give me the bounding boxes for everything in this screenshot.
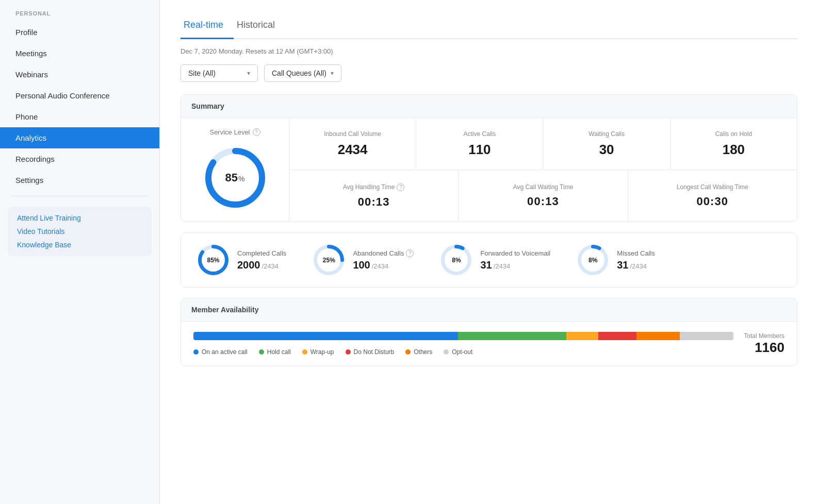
- legend-dot-do-not-disturb: [346, 349, 351, 355]
- legend-wrap-up: Wrap-up: [302, 348, 334, 356]
- member-availability-body: On an active call Hold call Wrap-up: [181, 322, 797, 366]
- info-icon: ?: [397, 183, 404, 191]
- member-availability-card: Member Availability: [181, 298, 797, 366]
- tab-historical[interactable]: Historical: [234, 12, 285, 39]
- service-level-donut: 85%: [202, 144, 269, 211]
- chevron-down-icon: ▾: [331, 70, 334, 77]
- total-members-label: Total Members: [744, 332, 784, 340]
- stat-active-calls: Active Calls 110: [416, 118, 543, 170]
- call-stat-completed: 85% Completed Calls 2000 /2434: [197, 243, 286, 277]
- sidebar-item-personal-audio-conference[interactable]: Personal Audio Conference: [0, 85, 159, 106]
- stat-value-avg-waiting: 00:13: [527, 195, 559, 208]
- date-info: Dec 7, 2020 Monday. Resets at 12 AM (GMT…: [181, 47, 797, 55]
- stat-calls-on-hold: Calls on Hold 180: [670, 118, 797, 170]
- sidebar-divider: [10, 196, 149, 196]
- legend-others: Others: [405, 348, 432, 356]
- legend-dot-active-call: [193, 349, 199, 355]
- stat-value-inbound: 2434: [338, 142, 368, 158]
- legend-hold-call: Hold call: [259, 348, 291, 356]
- filters-row: Site (All) ▾ Call Queues (All) ▾: [181, 64, 797, 82]
- bar-segment-wrap-up: [566, 332, 599, 340]
- stats-row-top: Inbound Call Volume 2434 Active Calls 11…: [289, 118, 797, 170]
- donut-center-value: 85%: [225, 171, 245, 184]
- sidebar-item-label: Profile: [15, 28, 38, 37]
- sidebar-item-label: Analytics: [15, 133, 46, 142]
- abandoned-calls-donut: 25%: [312, 243, 346, 277]
- service-level-panel: Service Level ? 85%: [181, 118, 289, 222]
- sidebar-item-profile[interactable]: Profile: [0, 22, 159, 43]
- tabs-bar: Real-time Historical: [181, 12, 797, 39]
- legend-on-active-call: On an active call: [193, 348, 248, 356]
- total-members-block: Total Members 1160: [744, 332, 784, 356]
- stats-panel: Inbound Call Volume 2434 Active Calls 11…: [289, 118, 797, 222]
- bar-segment-do-not-disturb: [598, 332, 636, 340]
- sidebar-item-webinars[interactable]: Webinars: [0, 64, 159, 85]
- call-stat-forwarded-voicemail: 8% Forwarded to Voicemail 31 /2434: [439, 243, 550, 277]
- stat-avg-call-waiting: Avg Call Waiting Time 00:13: [459, 170, 628, 222]
- stat-value-longest-waiting: 00:30: [696, 195, 728, 208]
- sidebar-item-label: Settings: [15, 176, 43, 184]
- stat-avg-handling-time: Avg Handling Time ? 00:13: [289, 170, 459, 222]
- legend-dot-wrap-up: [302, 349, 307, 355]
- stat-inbound-call-volume: Inbound Call Volume 2434: [289, 118, 416, 170]
- sidebar-section-label: PERSONAL: [0, 10, 159, 22]
- sidebar-link-attend-live-training[interactable]: Attend Live Training: [17, 214, 142, 222]
- info-icon: ?: [406, 249, 414, 257]
- call-stat-missed: 8% Missed Calls 31 /2434: [576, 243, 655, 277]
- call-queues-filter[interactable]: Call Queues (All) ▾: [264, 64, 341, 82]
- missed-calls-donut: 8%: [576, 243, 610, 277]
- bar-segment-opt-out: [680, 332, 734, 340]
- summary-body: Service Level ? 85%: [181, 118, 797, 222]
- availability-legend: On an active call Hold call Wrap-up: [193, 348, 733, 356]
- info-icon: ?: [253, 128, 260, 136]
- sidebar-item-label: Recordings: [15, 155, 55, 163]
- stat-value-waiting: 30: [599, 142, 614, 158]
- legend-dot-others: [405, 349, 411, 355]
- stat-value-avg-handling: 00:13: [358, 195, 390, 209]
- availability-bar: [193, 332, 733, 340]
- call-queues-filter-label: Call Queues (All): [272, 69, 326, 77]
- sidebar-item-meetings[interactable]: Meetings: [0, 43, 159, 64]
- sidebar-item-label: Personal Audio Conference: [15, 91, 110, 100]
- total-members-value: 1160: [744, 340, 784, 356]
- sidebar-item-phone[interactable]: Phone: [0, 106, 159, 127]
- bar-segment-active-call: [193, 332, 458, 340]
- member-availability-header: Member Availability: [181, 298, 797, 322]
- summary-header: Summary: [181, 95, 797, 118]
- forwarded-voicemail-donut: 8%: [439, 243, 473, 277]
- stat-value-hold: 180: [723, 142, 745, 158]
- sidebar-item-label: Phone: [15, 112, 38, 121]
- sidebar-item-settings[interactable]: Settings: [0, 170, 159, 191]
- legend-opt-out: Opt-out: [444, 348, 472, 356]
- service-level-title: Service Level ?: [209, 128, 260, 136]
- sidebar-link-video-tutorials[interactable]: Video Tutorials: [17, 227, 142, 236]
- sidebar-item-analytics[interactable]: Analytics: [0, 127, 159, 148]
- sidebar-link-knowledge-base[interactable]: Knowledge Base: [17, 241, 142, 249]
- call-stats-card: 85% Completed Calls 2000 /2434: [181, 232, 797, 288]
- stats-row-bottom: Avg Handling Time ? 00:13 Avg Call Waiti…: [289, 170, 797, 222]
- stat-value-active: 110: [468, 142, 490, 158]
- site-filter-label: Site (All): [188, 69, 216, 77]
- tab-realtime[interactable]: Real-time: [181, 12, 234, 39]
- calls-card-body: 85% Completed Calls 2000 /2434: [181, 233, 797, 287]
- sidebar-item-label: Webinars: [15, 70, 48, 79]
- chevron-down-icon: ▾: [247, 70, 250, 77]
- legend-dot-opt-out: [444, 349, 449, 355]
- sidebar-item-label: Meetings: [15, 49, 47, 58]
- sidebar-links-panel: Attend Live Training Video Tutorials Kno…: [8, 207, 152, 256]
- sidebar: PERSONAL Profile Meetings Webinars Perso…: [0, 0, 160, 504]
- bar-segment-others: [636, 332, 680, 340]
- main-content: Real-time Historical Dec 7, 2020 Monday.…: [160, 0, 818, 504]
- legend-do-not-disturb: Do Not Disturb: [346, 348, 395, 356]
- legend-dot-hold-call: [259, 349, 264, 355]
- stat-waiting-calls: Waiting Calls 30: [544, 118, 670, 170]
- stat-longest-call-waiting: Longest Call Waiting Time 00:30: [628, 170, 797, 222]
- completed-calls-donut: 85%: [197, 243, 230, 277]
- summary-card: Summary Service Level ? 85%: [181, 94, 797, 222]
- sidebar-item-recordings[interactable]: Recordings: [0, 148, 159, 170]
- site-filter[interactable]: Site (All) ▾: [181, 64, 258, 82]
- bar-segment-hold-call: [458, 332, 566, 340]
- call-stat-abandoned: 25% Abandoned Calls ? 100 /2434: [312, 243, 414, 277]
